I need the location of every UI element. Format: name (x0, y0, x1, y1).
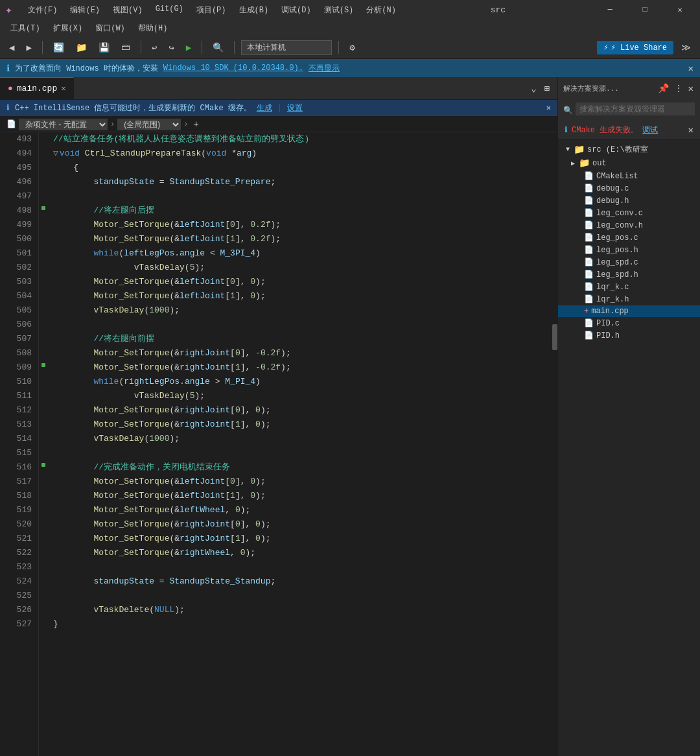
live-share-button[interactable]: ⚡ ⚡ Live Share (597, 41, 673, 54)
paren-521: (& (169, 532, 180, 546)
tree-legconv-h[interactable]: 📄 leg_conv.h (558, 219, 700, 231)
toolbar-extra[interactable]: ≫ (677, 41, 695, 54)
tree-legpos-h[interactable]: 📄 leg_pos.h (558, 244, 700, 256)
menu-debug[interactable]: 调试(D) (276, 3, 316, 17)
tree-cmakelist[interactable]: 📄 CMakeList (558, 170, 700, 182)
code-line-500: Motor_SetTorque (& leftJoint [ 1 ], 0.2f… (53, 232, 546, 246)
zero-517: 0 (250, 475, 255, 489)
tree-out-folder[interactable]: ▶ 📁 out (558, 156, 700, 170)
tab-list-button[interactable]: ⌄ (528, 82, 539, 95)
tree-legconv-c[interactable]: 📄 leg_conv.c (558, 207, 700, 219)
sidebar-actions: 📌 ⋮ ✕ (657, 82, 695, 95)
fn-502: vTaskDelay (53, 261, 185, 275)
breadcrumb-context-dropdown[interactable]: (全局范围) (117, 119, 181, 130)
paren-494: ( (201, 147, 206, 161)
menu-edit[interactable]: 编辑(E) (65, 3, 105, 17)
breadcrumb-add-button[interactable]: + (191, 118, 201, 131)
semi-519: ); (240, 503, 251, 517)
intellisense-close-button[interactable]: ✕ (546, 103, 551, 113)
kw-null-526: NULL (154, 603, 174, 617)
undo-button[interactable]: ↩ (148, 41, 161, 54)
code-lines[interactable]: //站立准备任务(将机器人从任意姿态调整到准备站立前的劈叉状态) ▽ void … (47, 132, 552, 756)
tab-close-button[interactable]: ✕ (61, 84, 65, 93)
tree-debug-c[interactable]: 📄 debug.c (558, 182, 700, 195)
info-close-button[interactable]: ✕ (688, 63, 694, 74)
menu-view[interactable]: 视图(V) (108, 3, 148, 17)
tab-main-cpp[interactable]: ● main.cpp ✕ (0, 77, 74, 99)
code-editor[interactable]: 493 494 495 496 497 498 499 500 501 502 … (0, 132, 557, 756)
refresh-button[interactable]: 🔄 (49, 41, 68, 54)
save-button[interactable]: 💾 (95, 41, 113, 54)
maximize-button[interactable]: □ (630, 0, 660, 19)
solution-btn[interactable]: 📁 (72, 41, 91, 54)
search-toolbar-button[interactable]: 🔍 (209, 41, 228, 54)
paren-522: (& (169, 546, 180, 560)
menu-project[interactable]: 项目(P) (191, 3, 231, 17)
redo-button[interactable]: ↪ (165, 41, 178, 54)
var-519: leftWheel (180, 503, 225, 517)
paren-510: ( (119, 375, 124, 389)
sdk-link[interactable]: Windows 10 SDK (10.0.20348.0). (163, 64, 303, 73)
paren-520: (& (169, 517, 180, 532)
tree-legspd-h[interactable]: 📄 leg_spd.h (558, 268, 700, 281)
file-tree[interactable]: ▼ 📁 src (E:\教研室 ▶ 📁 out 📄 CMakeList 📄 de (558, 140, 700, 756)
tree-lqrk-h[interactable]: 📄 lqr_k.h (558, 293, 700, 305)
cmake-close-button[interactable]: ✕ (688, 124, 694, 136)
tree-lqrk-c[interactable]: 📄 lqr_k.c (558, 281, 700, 293)
tree-pid-c[interactable]: 📄 PID.c (558, 317, 700, 329)
tree-main-cpp[interactable]: + main.cpp (558, 305, 700, 317)
minimize-button[interactable]: — (595, 0, 625, 19)
num-520: 0 (235, 517, 240, 532)
menu-file[interactable]: 文件(F) (23, 3, 63, 17)
menu-help[interactable]: 帮助(H) (133, 21, 173, 35)
lqrk-h-label: lqr_k.h (596, 295, 629, 304)
tree-src-folder[interactable]: ▼ 📁 src (E:\教研室 (558, 143, 700, 156)
tree-pid-h[interactable]: 📄 PID.h (558, 329, 700, 342)
fn-504: Motor_SetTorque (53, 289, 169, 303)
code-comment-493: //站立准备任务(将机器人从任意姿态调整到准备站立前的劈叉状态) (53, 132, 309, 147)
no-show-link[interactable]: 不再显示 (309, 63, 340, 74)
menu-tools[interactable]: 工具(T) (5, 21, 45, 35)
intellisense-build-link[interactable]: 生成 (257, 102, 272, 113)
breadcrumb-scope-dropdown[interactable]: 杂项文件 - 无配置 (19, 119, 108, 130)
tree-legspd-c[interactable]: 📄 leg_spd.c (558, 256, 700, 268)
zero-521: 0 (255, 532, 261, 546)
back-button[interactable]: ◀ (5, 41, 18, 54)
editor-scrollbar[interactable] (552, 132, 557, 756)
forward-button[interactable]: ▶ (22, 41, 35, 54)
menu-analyze[interactable]: 分析(N) (361, 3, 401, 17)
menu-git[interactable]: Git(G) (150, 3, 189, 17)
run-button[interactable]: ▶ (182, 41, 195, 54)
menu-window[interactable]: 窗口(W) (90, 21, 130, 35)
menu-test[interactable]: 测试(S) (319, 3, 359, 17)
semi-526: ); (174, 603, 185, 617)
save-all-button[interactable]: 🗃 (117, 41, 134, 54)
tree-legpos-c[interactable]: 📄 leg_pos.c (558, 231, 700, 244)
var-520: rightJoint (180, 517, 230, 532)
menu-build[interactable]: 生成(B) (234, 3, 274, 17)
fn-514: vTaskDelay (53, 432, 144, 446)
sidebar-search-input[interactable] (576, 102, 695, 115)
sidebar-menu-button[interactable]: ⋮ (673, 82, 684, 95)
fn-503: Motor_SetTorque (53, 275, 169, 289)
scrollbar-thumb[interactable] (552, 324, 557, 350)
intellisense-settings-link[interactable]: 设置 (287, 102, 303, 113)
close-button[interactable]: ✕ (665, 0, 695, 19)
sidebar-pin-button[interactable]: 📌 (657, 82, 670, 95)
split-editor-button[interactable]: ⊞ (542, 82, 552, 95)
tree-debug-h[interactable]: 📄 debug.h (558, 195, 700, 207)
end-512: ], (240, 403, 255, 418)
code-line-517: Motor_SetTorque (& leftJoint [ 0 ], 0 ); (53, 475, 546, 489)
target-dropdown[interactable]: 本地计算机 (241, 40, 332, 55)
const-501: M_3PI_4 (220, 246, 255, 261)
cmake-debug-link[interactable]: 调试 (642, 124, 658, 136)
main-layout: ● main.cpp ✕ ⌄ ⊞ ℹ C++ IntelliSense 信息可能… (0, 77, 700, 756)
menu-extensions[interactable]: 扩展(X) (48, 21, 88, 35)
paren-500: (& (169, 232, 180, 246)
settings-button[interactable]: ⚙ (345, 41, 358, 54)
end-504: ], (235, 289, 250, 303)
bracket-500: [ (225, 232, 230, 246)
sidebar-close-button[interactable]: ✕ (687, 82, 695, 95)
kw-void-494: void (60, 147, 80, 161)
br-520: [ (230, 517, 235, 532)
